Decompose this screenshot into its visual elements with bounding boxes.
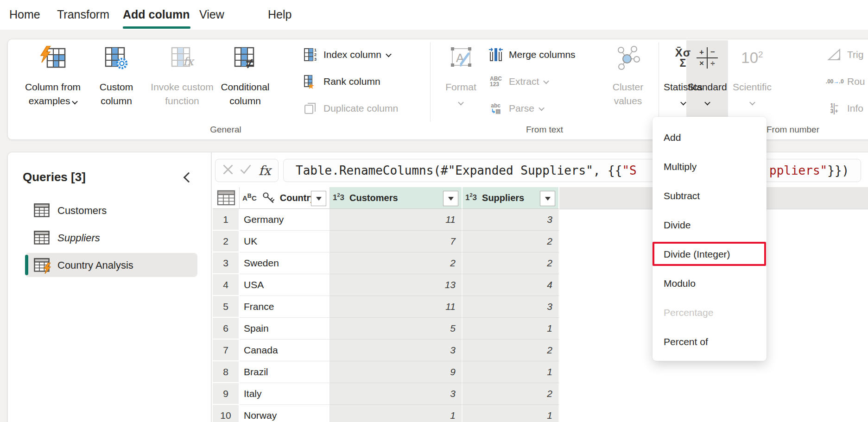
- cell-suppliers[interactable]: 4: [463, 274, 559, 296]
- scientific-icon: 102: [730, 43, 774, 73]
- menu-item-label: Add: [664, 132, 681, 143]
- commit-formula-button[interactable]: [240, 164, 251, 176]
- menu-item-modulo[interactable]: Modulo: [653, 269, 767, 298]
- tab-view[interactable]: View: [199, 0, 224, 30]
- cell-customers[interactable]: 9: [330, 361, 463, 383]
- duplicate-column-label: Duplicate column: [323, 103, 398, 114]
- rounding-label: Rou: [847, 76, 865, 87]
- tab-transform[interactable]: Transform: [57, 0, 109, 30]
- rank-column-button[interactable]: ★ Rank column: [303, 73, 380, 90]
- cell-customers[interactable]: 11: [330, 296, 463, 318]
- query-item-customers[interactable]: Customers: [8, 200, 211, 224]
- queries-panel-title: Queries [3]: [23, 170, 86, 184]
- cell-country[interactable]: Italy: [240, 383, 330, 405]
- cell-customers[interactable]: 2: [330, 252, 463, 274]
- row-number[interactable]: 7: [213, 340, 240, 361]
- cell-customers[interactable]: 3: [330, 383, 463, 405]
- cell-country[interactable]: Brazil: [240, 361, 330, 383]
- ribbon-group-divider: [659, 42, 659, 122]
- rounding-icon: .00→.0: [826, 79, 842, 84]
- menu-item-divide[interactable]: Divide: [653, 210, 767, 239]
- menu-item-divide-integer[interactable]: Divide (Integer): [653, 239, 767, 269]
- merge-columns-button[interactable]: Merge columns: [488, 46, 576, 63]
- formula-input[interactable]: Table.RenameColumns(#"Expanded Suppliers…: [283, 159, 861, 182]
- row-number[interactable]: 1: [213, 209, 240, 231]
- row-number[interactable]: 8: [213, 361, 240, 383]
- menu-item-percent-of[interactable]: Percent of: [653, 327, 767, 356]
- group-label-general: General: [175, 125, 277, 135]
- tab-help[interactable]: Help: [268, 0, 291, 30]
- query-item-country-analysis[interactable]: Country Analysis: [8, 254, 211, 278]
- cell-suppliers[interactable]: 2: [463, 383, 559, 405]
- select-all-corner-button[interactable]: [213, 187, 240, 209]
- column-header-country[interactable]: ABC Country: [240, 187, 330, 209]
- cell-customers[interactable]: 7: [330, 231, 463, 252]
- customers-filter-button[interactable]: [443, 191, 458, 206]
- ribbon-group-divider: [430, 42, 431, 122]
- cancel-formula-button[interactable]: [223, 164, 233, 176]
- row-number[interactable]: 2: [213, 231, 240, 252]
- query-item-suppliers[interactable]: Suppliers: [8, 227, 211, 251]
- chevron-down-icon: [539, 105, 545, 111]
- cell-suppliers[interactable]: 3: [463, 209, 559, 231]
- cell-country[interactable]: Spain: [240, 318, 330, 340]
- format-button: A Format: [439, 39, 483, 139]
- row-number[interactable]: 9: [213, 383, 240, 405]
- menu-item-label: Modulo: [664, 278, 696, 289]
- row-number[interactable]: 4: [213, 274, 240, 296]
- cell-suppliers[interactable]: 2: [463, 252, 559, 274]
- cell-customers[interactable]: 3: [330, 340, 463, 361]
- suppliers-filter-button[interactable]: [540, 191, 555, 206]
- column-header-suppliers[interactable]: 123 Suppliers: [463, 187, 559, 209]
- key-icon: [262, 191, 275, 204]
- rounding-button: .00→.0 Rou: [826, 73, 865, 90]
- cell-suppliers[interactable]: 2: [463, 340, 559, 361]
- cell-country[interactable]: UK: [240, 231, 330, 252]
- row-number[interactable]: 5: [213, 296, 240, 318]
- chevron-down-icon: [543, 78, 549, 84]
- svg-text:≠: ≠: [246, 56, 254, 70]
- row-number[interactable]: 6: [213, 318, 240, 340]
- cell-suppliers[interactable]: 2: [463, 231, 559, 252]
- group-label-from-text: From text: [494, 125, 596, 135]
- cell-suppliers[interactable]: 3: [463, 296, 559, 318]
- cell-country[interactable]: Sweden: [240, 252, 330, 274]
- cell-country[interactable]: Canada: [240, 340, 330, 361]
- tab-home[interactable]: Home: [9, 0, 40, 30]
- country-filter-button[interactable]: [311, 191, 326, 206]
- cell-customers[interactable]: 13: [330, 274, 463, 296]
- menu-item-add[interactable]: Add: [653, 123, 767, 152]
- cell-suppliers[interactable]: 1: [463, 361, 559, 383]
- column-header-customers[interactable]: 123 Customers: [330, 187, 463, 209]
- column-from-examples-button[interactable]: Column from examples: [18, 39, 88, 139]
- menu-item-subtract[interactable]: Subtract: [653, 181, 767, 210]
- format-icon: A: [439, 43, 483, 73]
- custom-column-button[interactable]: Custom column: [90, 39, 142, 139]
- text-type-icon: ABC: [242, 194, 257, 202]
- chevron-down-icon: [72, 99, 78, 105]
- cell-customers[interactable]: 5: [330, 318, 463, 340]
- collapse-queries-button[interactable]: [185, 174, 192, 183]
- menu-item-label: Subtract: [664, 190, 700, 201]
- cell-suppliers[interactable]: 1: [463, 405, 559, 422]
- cell-country[interactable]: Germany: [240, 209, 330, 231]
- cell-suppliers[interactable]: 1: [463, 318, 559, 340]
- row-number[interactable]: 3: [213, 252, 240, 274]
- svg-text:★: ★: [307, 82, 315, 89]
- fx-icon: fx: [259, 163, 271, 178]
- tab-add-column[interactable]: Add column: [123, 0, 190, 30]
- menu-item-label: Multiply: [664, 161, 697, 172]
- cell-customers[interactable]: 11: [330, 209, 463, 231]
- index-column-button[interactable]: 1 2 3 Index column: [303, 46, 391, 63]
- menu-item-multiply[interactable]: Multiply: [653, 152, 767, 181]
- cell-customers[interactable]: 1: [330, 405, 463, 422]
- cell-country[interactable]: USA: [240, 274, 330, 296]
- row-number[interactable]: 10: [213, 405, 240, 422]
- cell-country[interactable]: France: [240, 296, 330, 318]
- conditional-column-icon: ≠: [217, 43, 273, 73]
- formula-code-left: Table.RenameColumns(#"Expanded Suppliers…: [296, 159, 637, 182]
- merge-columns-icon: [488, 47, 504, 62]
- selected-query-accent-bar: [25, 255, 28, 275]
- cell-country[interactable]: Norway: [240, 405, 330, 422]
- chevron-down-icon: [680, 100, 686, 106]
